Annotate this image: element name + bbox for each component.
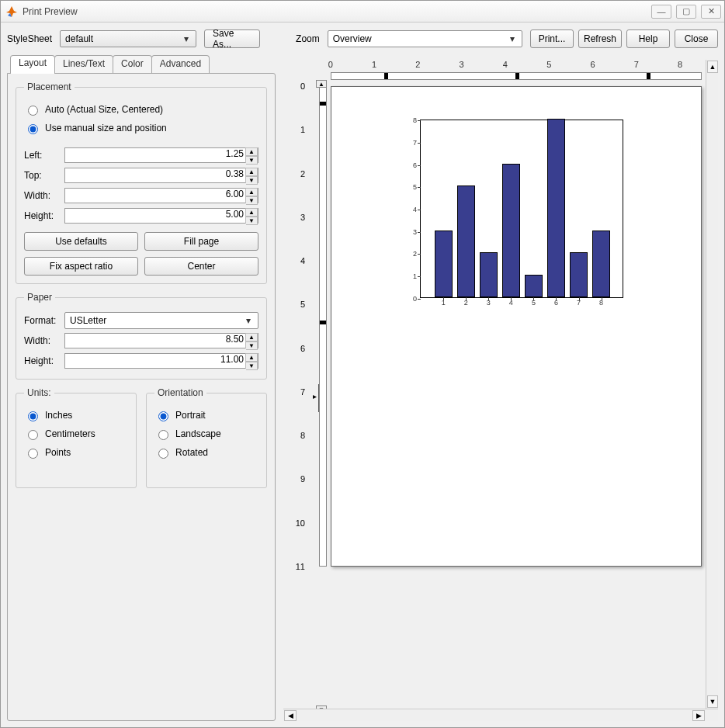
horizontal-ruler[interactable]: 012345678 [327,60,706,80]
units-cm-radio[interactable] [28,430,38,440]
horizontal-scrollbar[interactable]: ◀ ▶ [283,709,718,721]
use-defaults-button[interactable]: Use defaults [24,232,138,251]
spin-up-icon: ▲ [246,147,258,156]
bar [435,231,453,297]
paper-group: Paper Format: USLetter▾ Width:8.50▲▼ Hei… [16,292,267,380]
orientation-rotated-radio[interactable] [158,449,168,459]
close-button[interactable]: Close [675,29,718,48]
units-inches-radio[interactable] [28,411,38,421]
fix-aspect-button[interactable]: Fix aspect ratio [24,257,138,276]
spin-down-icon: ▼ [246,156,258,165]
zoom-dropdown[interactable]: Overview▾ [328,30,522,47]
placement-group: Placement Auto (Actual Size, Centered) U… [16,81,267,284]
orientation-group: Orientation Portrait Landscape Rotated [146,387,267,488]
tab-advanced[interactable]: Advanced [151,55,210,74]
chart-axes: 01234567812345678 [420,120,623,297]
paper-preview: 01234567812345678 [331,86,702,567]
minimize-button[interactable]: — [651,5,671,19]
height-input[interactable]: 5.00▲▼ [64,208,258,224]
tab-layout[interactable]: Layout [10,55,55,74]
bar [592,231,610,297]
ruler-handle-icon[interactable] [318,384,319,412]
units-group: Units: Inches Centimeters Points [16,387,137,488]
chevron-down-icon: ▾ [242,315,255,326]
bar [502,164,520,297]
orientation-portrait-radio[interactable] [158,411,168,421]
figure-preview: 01234567812345678 [386,103,648,321]
save-as-button[interactable]: Save As... [204,29,260,48]
bar [570,252,588,296]
scroll-down-icon: ▼ [707,695,718,708]
ruler-up-icon[interactable]: ▲ [316,80,327,88]
close-window-button[interactable]: ✕ [701,5,721,19]
fill-page-button[interactable]: Fill page [144,232,258,251]
stylesheet-label: StyleSheet [7,33,52,44]
bar [525,275,543,297]
bar [480,252,498,296]
tab-lines[interactable]: Lines/Text [54,55,113,74]
chevron-down-icon: ▾ [180,33,193,44]
help-button[interactable]: Help [626,29,670,48]
width-input[interactable]: 6.00▲▼ [64,188,258,203]
scroll-up-icon: ▲ [707,61,718,73]
print-preview-window: Print Preview — ▢ ✕ StyleSheet default▾ … [0,0,725,728]
paper-width-input[interactable]: 8.50▲▼ [64,333,258,348]
bar [457,185,475,296]
placement-manual-radio[interactable] [28,124,38,134]
refresh-button[interactable]: Refresh [578,29,622,48]
paper-format-dropdown[interactable]: USLetter▾ [64,312,258,329]
units-points-radio[interactable] [28,449,38,459]
center-button[interactable]: Center [144,257,258,276]
left-input[interactable]: 1.25▲▼ [64,147,258,163]
titlebar: Print Preview — ▢ ✕ [1,1,724,23]
maximize-button[interactable]: ▢ [676,5,696,19]
zoom-label: Zoom [296,33,320,44]
vertical-ruler[interactable]: ▲ ▼ [307,85,327,709]
paper-height-input[interactable]: 11.00▲▼ [64,353,258,369]
bar [547,119,565,296]
window-title: Print Preview [23,6,651,17]
orientation-landscape-radio[interactable] [158,430,168,440]
scroll-right-icon: ▶ [692,710,705,721]
vertical-scrollbar[interactable]: ▲ ▼ [706,60,718,709]
chevron-down-icon: ▾ [506,33,519,44]
scroll-left-icon: ◀ [284,710,297,721]
vertical-ruler-labels: 01234567891011 [283,85,307,709]
placement-auto-radio[interactable] [28,106,38,116]
top-input[interactable]: 0.38▲▼ [64,168,258,183]
preview-area: 01234567812345678 [327,85,706,709]
tab-color[interactable]: Color [113,55,152,74]
stylesheet-dropdown[interactable]: default▾ [60,30,196,47]
matlab-icon [5,5,18,18]
print-button[interactable]: Print... [530,29,574,48]
